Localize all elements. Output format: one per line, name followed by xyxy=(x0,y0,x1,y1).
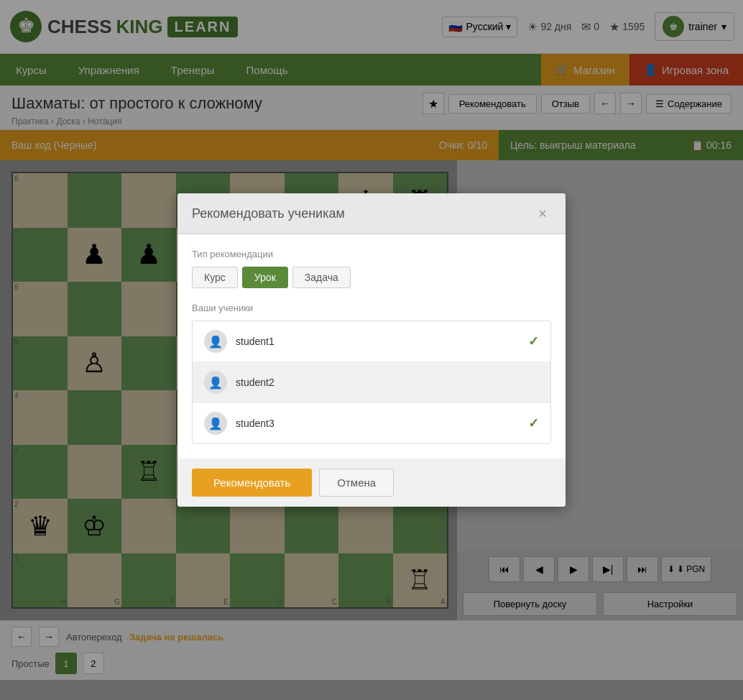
modal-title: Рекомендовать ученикам xyxy=(192,206,345,221)
student-3-avatar: 👤 xyxy=(204,412,227,435)
rec-type-task[interactable]: Задача xyxy=(292,267,351,288)
student-row-1[interactable]: 👤 student1 ✓ xyxy=(193,321,550,362)
modal-overlay[interactable]: Рекомендовать ученикам × Тип рекомендаци… xyxy=(0,0,743,700)
students-label: Ваши ученики xyxy=(192,303,551,313)
rec-type-course[interactable]: Курс xyxy=(192,267,238,288)
rec-type-lesson[interactable]: Урок xyxy=(242,267,288,288)
student-row-2[interactable]: 👤 student2 xyxy=(193,362,550,403)
student-2-avatar: 👤 xyxy=(204,371,227,394)
student-2-name: student2 xyxy=(236,377,539,388)
modal-recommend-button[interactable]: Рекомендовать xyxy=(192,469,312,497)
student-row-3[interactable]: 👤 student3 ✓ xyxy=(193,403,550,443)
student-1-name: student1 xyxy=(236,336,528,347)
modal-close-button[interactable]: × xyxy=(534,205,551,222)
modal-body: Тип рекомендации Курс Урок Задача Ваши у… xyxy=(177,234,566,459)
student-1-avatar: 👤 xyxy=(204,330,227,353)
students-list: 👤 student1 ✓ 👤 student2 👤 student3 ✓ xyxy=(192,321,551,444)
recommend-modal: Рекомендовать ученикам × Тип рекомендаци… xyxy=(177,193,566,507)
student-1-check: ✓ xyxy=(528,333,539,349)
modal-header: Рекомендовать ученикам × xyxy=(177,193,566,234)
student-3-check: ✓ xyxy=(528,415,539,431)
rec-type-label: Тип рекомендации xyxy=(192,249,551,259)
modal-cancel-button[interactable]: Отмена xyxy=(319,469,394,497)
rec-type-buttons: Курс Урок Задача xyxy=(192,267,551,288)
student-3-name: student3 xyxy=(236,418,528,429)
modal-footer: Рекомендовать Отмена xyxy=(177,459,566,507)
